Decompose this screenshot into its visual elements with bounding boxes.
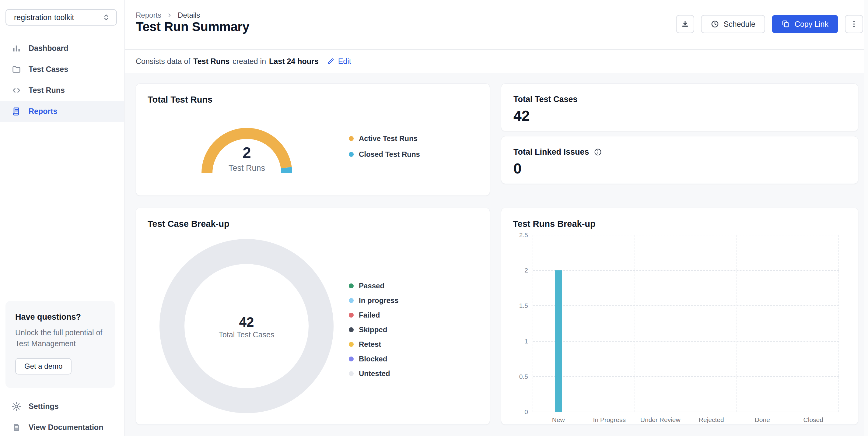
promo-title: Have questions? <box>15 312 105 322</box>
legend-label: Blocked <box>359 355 387 363</box>
edit-link-label: Edit <box>338 57 351 66</box>
page-title: Test Run Summary <box>136 20 249 34</box>
scrollbar-track[interactable] <box>864 0 868 436</box>
donut-center-label: Total Test Cases <box>209 330 285 339</box>
legend-dot <box>349 342 354 347</box>
stat-value: 0 <box>514 160 522 177</box>
card-title: Test Case Break-up <box>148 219 229 229</box>
card-title: Test Runs Break-up <box>513 219 596 229</box>
legend-item-active-test-runs[interactable]: Active Test Runs <box>349 134 420 143</box>
promo-card: Have questions? Unlock the full potentia… <box>5 301 115 388</box>
legend-item-retest[interactable]: Retest <box>349 340 399 349</box>
legend-label: Passed <box>359 282 384 290</box>
legend-dot <box>349 371 354 376</box>
legend-dot <box>349 327 354 332</box>
total-linked-issues-card: Total Linked Issues 0 <box>501 136 858 184</box>
x-axis-tick-label: New <box>552 416 565 424</box>
gridline-vertical <box>737 235 737 412</box>
y-axis-tick-label: 2.5 <box>504 231 528 239</box>
code-icon <box>11 86 21 95</box>
project-selector[interactable]: registration-toolkit <box>5 9 117 26</box>
legend-label: Skipped <box>359 325 387 334</box>
clock-icon <box>711 20 719 28</box>
legend-label: Untested <box>359 369 390 378</box>
sidebar-nav: Dashboard Test Cases Test Runs Reports <box>0 38 124 122</box>
gridline-vertical <box>838 235 839 412</box>
x-axis-tick-label: Closed <box>804 416 823 424</box>
sidebar: registration-toolkit Dashboard Test Case… <box>0 0 125 436</box>
legend-item-blocked[interactable]: Blocked <box>349 355 399 363</box>
edit-filter-link[interactable]: Edit <box>327 57 351 66</box>
gridline-vertical <box>533 235 533 412</box>
download-button[interactable] <box>676 15 694 33</box>
stat-title: Total Linked Issues <box>514 147 589 157</box>
x-axis-tick-label: In Progress <box>593 416 626 424</box>
sidebar-item-dashboard[interactable]: Dashboard <box>0 38 124 59</box>
header-actions: Schedule Copy Link <box>676 15 863 33</box>
report-icon <box>11 107 21 116</box>
test-case-breakup-card: Test Case Break-up 42 Total Test Cases P… <box>136 208 490 425</box>
y-axis-tick-label: 0 <box>504 408 528 416</box>
legend-item-untested[interactable]: Untested <box>349 369 399 378</box>
legend-label: In progress <box>359 296 399 305</box>
sidebar-item-label: View Documentation <box>29 423 103 432</box>
breadcrumb-current: Details <box>178 11 200 20</box>
gridline-vertical <box>634 235 635 412</box>
sidebar-item-test-runs[interactable]: Test Runs <box>0 80 124 101</box>
more-options-button[interactable] <box>845 15 863 33</box>
folder-icon <box>11 64 21 74</box>
sidebar-item-label: Settings <box>29 402 59 411</box>
filter-range: Last 24 hours <box>269 57 319 66</box>
kebab-menu-icon <box>850 20 858 28</box>
y-axis-tick-label: 0.5 <box>504 373 528 380</box>
breadcrumb: Reports Details <box>136 11 200 20</box>
total-test-runs-card: Total Test Runs 2 Test Runs Active Test … <box>136 83 490 196</box>
get-a-demo-button[interactable]: Get a demo <box>15 358 71 375</box>
x-axis-tick-label: Rejected <box>699 416 724 424</box>
filter-bar: Consists data of Test Runs created in La… <box>125 50 868 73</box>
app-root: registration-toolkit Dashboard Test Case… <box>0 0 868 436</box>
breadcrumb-reports-link[interactable]: Reports <box>136 11 161 20</box>
schedule-button[interactable]: Schedule <box>701 15 765 33</box>
sidebar-item-view-documentation[interactable]: View Documentation <box>0 417 124 436</box>
sidebar-item-label: Test Runs <box>29 86 65 95</box>
gridline-vertical <box>686 235 686 412</box>
filter-entity: Test Runs <box>193 57 229 66</box>
legend-dot <box>349 298 354 303</box>
bar-new[interactable] <box>555 270 562 412</box>
info-icon[interactable] <box>594 148 602 156</box>
sidebar-item-reports[interactable]: Reports <box>0 101 124 122</box>
legend-item-in-progress[interactable]: In progress <box>349 296 399 305</box>
stepper-chevrons-icon <box>102 13 111 22</box>
legend-dot <box>349 356 354 361</box>
legend-item-closed-test-runs[interactable]: Closed Test Runs <box>349 150 420 158</box>
x-axis-tick-label: Done <box>755 416 770 424</box>
stat-title: Total Test Cases <box>514 95 578 104</box>
legend-label: Failed <box>359 311 380 319</box>
document-icon <box>11 423 21 432</box>
gauge-center-value: 2 <box>216 144 277 162</box>
gear-icon <box>11 402 21 411</box>
sidebar-footer: Settings View Documentation <box>0 396 124 436</box>
schedule-button-label: Schedule <box>724 20 755 29</box>
sidebar-item-settings[interactable]: Settings <box>0 396 124 417</box>
gridline-vertical <box>584 235 584 412</box>
legend-item-skipped[interactable]: Skipped <box>349 325 399 334</box>
copy-icon <box>781 20 790 28</box>
copy-link-button[interactable]: Copy Link <box>772 15 838 33</box>
sidebar-item-test-cases[interactable]: Test Cases <box>0 59 124 80</box>
legend-label: Retest <box>359 340 381 349</box>
legend-item-passed[interactable]: Passed <box>349 282 399 290</box>
legend-dot <box>349 136 354 141</box>
total-test-cases-card: Total Test Cases 42 <box>501 83 858 131</box>
stat-value: 42 <box>514 108 530 124</box>
sidebar-item-label: Dashboard <box>29 44 68 53</box>
legend-item-failed[interactable]: Failed <box>349 311 399 319</box>
pencil-icon <box>327 57 335 65</box>
sidebar-item-label: Test Cases <box>29 65 68 74</box>
donut-legend: Passed In progress Failed Skipped Retest <box>349 282 399 378</box>
donut-center-value: 42 <box>209 315 285 330</box>
promo-body: Unlock the full potential of Test Manage… <box>15 327 103 349</box>
test-runs-breakup-card: Test Runs Break-up 00.511.522.5NewIn Pro… <box>501 208 858 425</box>
chevron-right-icon <box>166 12 173 19</box>
